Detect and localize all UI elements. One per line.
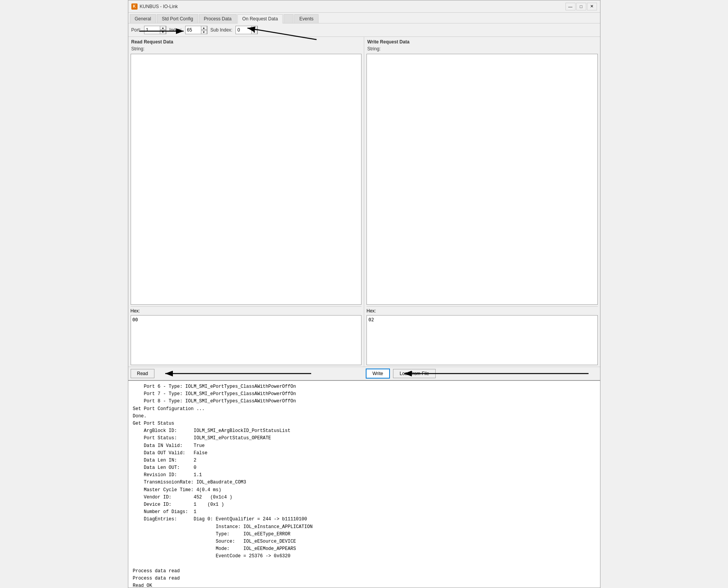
log-content[interactable]: Port 6 - Type: IOLM_SMI_ePortTypes_Class… (128, 381, 600, 588)
subindex-spin-up[interactable]: ▲ (251, 26, 257, 30)
read-panel-title: Read Request Data (128, 37, 364, 45)
list-item: Data Len OUT: 0 (133, 464, 595, 472)
list-item: Type: IOL_eEEType_ERROR (133, 531, 595, 538)
list-item: Process data read (133, 568, 595, 575)
port-label: Port: (131, 27, 141, 33)
title-bar-left: K KUNBUS - IO-Link (131, 3, 178, 10)
index-spin-up[interactable]: ▲ (201, 26, 207, 30)
maximize-button[interactable]: □ (576, 3, 586, 10)
load-from-file-button[interactable]: Load from File (393, 369, 436, 378)
list-item: Source: IOL_eESource_DEVICE (133, 538, 595, 545)
read-arrow-annotation (161, 368, 315, 379)
close-button[interactable]: ✕ (587, 3, 597, 10)
list-item: Master Cycle Time: 4(0.4 ms) (133, 487, 595, 494)
action-button-row: Read Write Load from File (128, 367, 600, 380)
list-item: ArgBlock ID: IOLM_SMI_eArgBlockID_PortSt… (133, 427, 595, 435)
main-window: K KUNBUS - IO-Link — □ ✕ General Std Por… (128, 0, 600, 588)
list-item: Port 7 - Type: IOLM_SMI_ePortTypes_Class… (133, 390, 595, 398)
read-button[interactable]: Read (131, 369, 155, 378)
list-item: Process data read (133, 575, 595, 582)
list-item: Revision ID: 1.1 (133, 472, 595, 479)
data-panels: Read Request Data String: Hex: 00 Write … (128, 37, 600, 367)
read-hex-label: Hex: (131, 308, 140, 314)
port-input[interactable]: 1 (144, 26, 160, 34)
write-hex-label: Hex: (366, 308, 376, 314)
list-item: Number of Diags: 1 (133, 508, 595, 516)
list-item: Port 8 - Type: IOLM_SMI_ePortTypes_Class… (133, 398, 595, 405)
list-item: DiagEntries: Diag 0: EventQualifier = 24… (133, 516, 595, 523)
list-item: Port 6 - Type: IOLM_SMI_ePortTypes_Class… (133, 383, 595, 390)
minimize-button[interactable]: — (565, 3, 575, 10)
subindex-spinner-buttons: ▲ ▼ (251, 26, 257, 34)
tab-on-request-data-2[interactable] (284, 14, 294, 23)
port-spinner[interactable]: 1 ▲ ▼ (144, 26, 166, 34)
port-spin-down[interactable]: ▼ (160, 30, 166, 34)
subindex-spin-down[interactable]: ▼ (251, 30, 257, 34)
list-item: Data OUT Valid: False (133, 450, 595, 457)
tab-std-port-config[interactable]: Std Port Config (157, 14, 198, 23)
write-request-panel: Write Request Data String: Hex: 02 (364, 37, 600, 367)
index-spinner-buttons: ▲ ▼ (201, 26, 207, 34)
title-bar: K KUNBUS - IO-Link — □ ✕ (128, 0, 600, 13)
write-panel-title: Write Request Data (364, 37, 600, 45)
index-spinner[interactable]: 65 ▲ ▼ (185, 26, 207, 34)
list-item: Data IN Valid: True (133, 442, 595, 450)
list-item: Set Port Configuration ... (133, 405, 595, 413)
tab-process-data[interactable]: Process Data (199, 14, 237, 23)
window-title: KUNBUS - IO-Link (140, 4, 178, 9)
read-hex-section: Hex: (128, 306, 364, 314)
list-item: Device ID: 1 (0x1 ) (133, 501, 595, 508)
index-input[interactable]: 65 (186, 26, 201, 34)
index-spin-down[interactable]: ▼ (201, 30, 207, 34)
read-button-area: Read (131, 369, 363, 378)
port-spin-up[interactable]: ▲ (160, 26, 166, 30)
list-item: Data Len IN: 2 (133, 457, 595, 464)
tab-bar: General Std Port Config Process Data On … (128, 13, 600, 23)
write-string-textarea[interactable] (366, 54, 598, 305)
write-hex-section: Hex: (364, 306, 600, 314)
read-request-panel: Read Request Data String: Hex: 00 (128, 37, 365, 367)
read-hex-textarea[interactable]: 00 (131, 315, 362, 365)
write-hex-textarea[interactable]: 02 (366, 315, 598, 365)
app-icon: K (131, 3, 138, 10)
subindex-input[interactable]: 0 (236, 26, 251, 34)
list-item: Read OK (133, 582, 595, 588)
list-item: Port Status: IOLM_SMI_ePortStatus_OPERAT… (133, 435, 595, 442)
write-string-label: String: (364, 45, 600, 52)
list-item: Mode: IOL_eEEMode_APPEARS (133, 545, 595, 553)
list-item: Done. (133, 413, 595, 420)
tab-general[interactable]: General (130, 14, 156, 23)
tab-on-request-data[interactable]: On Request Data (237, 14, 283, 23)
write-button-area: Write Load from File (366, 369, 598, 379)
read-string-textarea[interactable] (131, 54, 362, 305)
index-label: Index: (169, 27, 182, 33)
panels-area: Read Request Data String: Hex: 00 Write … (128, 37, 600, 380)
port-spinner-buttons: ▲ ▼ (160, 26, 166, 34)
list-item (133, 560, 595, 568)
read-string-label: String: (128, 45, 364, 52)
list-item: Get Port Status (133, 420, 595, 427)
list-item: Vendor ID: 452 (0x1c4 ) (133, 494, 595, 501)
log-section: Port 6 - Type: IOLM_SMI_ePortTypes_Class… (128, 380, 600, 588)
title-buttons: — □ ✕ (565, 3, 597, 10)
controls-row: Port: 1 ▲ ▼ Index: 65 ▲ ▼ (128, 23, 600, 37)
write-button[interactable]: Write (366, 369, 390, 379)
subindex-label: Sub Index: (211, 27, 232, 33)
list-item: Instance: IOL_eInstance_APPLICATION (133, 523, 595, 531)
subindex-spinner[interactable]: 0 ▲ ▼ (235, 26, 258, 34)
list-item: EventCode = 25376 -> 0x6320 (133, 553, 595, 560)
list-item: TransmissoionRate: IOL_eBaudrate_COM3 (133, 479, 595, 486)
tab-events[interactable]: Events (294, 14, 318, 23)
